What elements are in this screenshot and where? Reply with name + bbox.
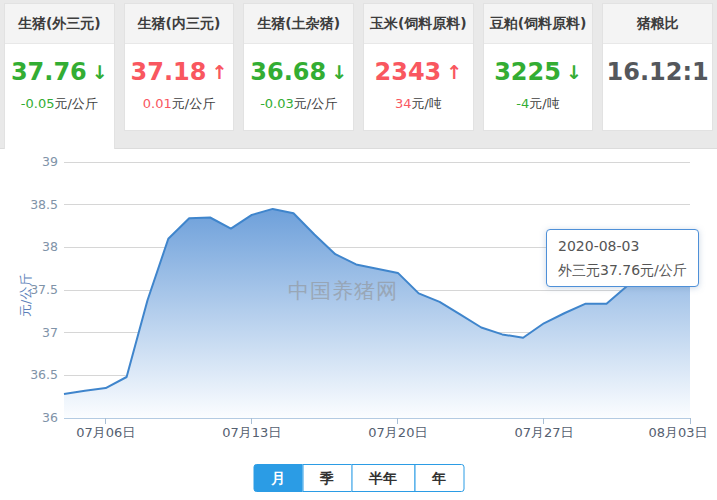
card-value: 36.68 ↓ [244,58,353,86]
tab-month[interactable]: 月 [253,464,303,492]
price-card-pig-crossbred[interactable]: 生猪(土杂猪) 36.68 ↓ -0.03元/公斤 [243,3,354,131]
price-card-soybean-meal[interactable]: 豆粕(饲料原料) 3225 ↓ -4元/吨 [483,3,594,131]
card-delta: -4元/吨 [484,95,593,113]
card-delta: 34元/吨 [364,95,473,113]
trend-up-arrow-icon: ↑ [212,61,228,83]
watermark-text: 中国养猪网 [288,277,398,305]
card-title: 豆粕(饲料原料) [484,4,593,44]
card-title: 生猪(内三元) [125,4,234,44]
trend-down-arrow-icon: ↓ [331,61,347,83]
card-title: 生猪(外三元) [5,4,114,44]
price-card-pig-inner3[interactable]: 生猪(内三元) 37.18 ↑ 0.01元/公斤 [124,3,235,131]
card-value: 2343 ↑ [364,58,473,86]
x-axis-tick-label: 07月13日 [222,424,281,442]
card-title: 生猪(土杂猪) [244,4,353,44]
price-number: 3225 [494,58,561,86]
card-title: 玉米(饲料原料) [364,4,473,44]
y-axis-tick-label: 38.5 [12,197,58,212]
tooltip-value: 外三元37.76元/公斤 [558,258,687,282]
card-value: 37.18 ↑ [125,58,234,86]
y-axis-title: 元/公斤 [17,274,35,317]
price-number: 2343 [374,58,441,86]
y-axis-tick-label: 36.5 [12,367,58,382]
card-delta: 0.01元/公斤 [125,95,234,113]
x-axis-tick-label: 07月27日 [514,424,573,442]
price-card-hog-grain-ratio[interactable]: 猪粮比 16.12:1 [602,3,713,131]
trend-down-arrow-icon: ↓ [566,61,582,83]
price-trend-panel: 3636.53737.53838.539 07月06日07月13日07月20日0… [0,148,717,500]
card-delta: -0.05元/公斤 [5,95,114,113]
chart-tooltip: 2020-08-03 外三元37.76元/公斤 [546,229,699,287]
y-axis-tick-label: 39 [12,154,58,169]
price-card-row: 生猪(外三元) 37.76 ↓ -0.05元/公斤 生猪(内三元) 37.18 … [4,3,713,149]
y-axis-tick-label: 37 [12,325,58,340]
price-number: 37.76 [11,58,87,86]
tab-quarter[interactable]: 季 [302,464,352,492]
x-axis-tick-label: 08月03日 [648,424,707,442]
y-axis-tick-label: 36 [12,410,58,425]
card-title: 猪粮比 [603,4,712,44]
price-number: 37.18 [131,58,207,86]
period-tabs: 月 季 半年 年 [253,464,464,492]
card-value: 37.76 ↓ [5,58,114,86]
x-axis-tick-label: 07月20日 [368,424,427,442]
trend-down-arrow-icon: ↓ [92,61,108,83]
ratio-number: 16.12:1 [607,58,709,86]
y-axis-tick-label: 38 [12,239,58,254]
tab-year[interactable]: 年 [414,464,464,492]
x-axis-tick-label: 07月06日 [76,424,135,442]
tab-half-year[interactable]: 半年 [351,464,415,492]
price-number: 36.68 [250,58,326,86]
price-card-pig-outer3[interactable]: 生猪(外三元) 37.76 ↓ -0.05元/公斤 [4,3,115,149]
tooltip-date: 2020-08-03 [558,234,687,258]
card-value: 16.12:1 [603,58,712,86]
card-delta: -0.03元/公斤 [244,95,353,113]
card-value: 3225 ↓ [484,58,593,86]
trend-up-arrow-icon: ↑ [446,61,462,83]
price-card-corn[interactable]: 玉米(饲料原料) 2343 ↑ 34元/吨 [363,3,474,131]
